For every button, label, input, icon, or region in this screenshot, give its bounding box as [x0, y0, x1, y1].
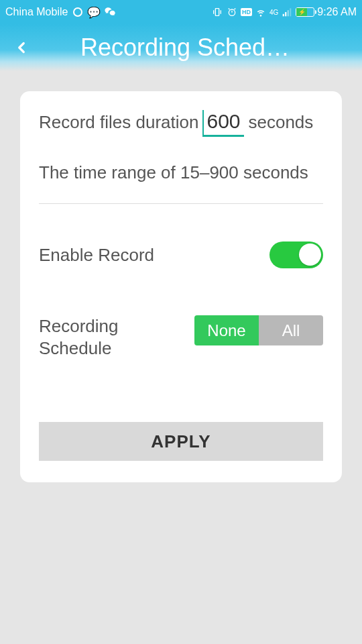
status-bar: China Mobile 💬 HD 4G ⚡ 9:26 AM	[0, 0, 362, 24]
hd-badge: HD	[241, 8, 252, 16]
carrier-text: China Mobile	[5, 6, 68, 18]
status-right: HD 4G ⚡ 9:26 AM	[211, 6, 357, 18]
network-4g: 4G	[269, 9, 278, 16]
duration-prefix: Record files duration	[39, 112, 198, 133]
vibrate-icon	[211, 6, 223, 18]
duration-input[interactable]	[202, 110, 244, 137]
clock-text: 9:26 AM	[317, 6, 357, 18]
toggle-knob-icon	[299, 244, 321, 266]
range-hint: The time range of 15–900 seconds	[39, 162, 323, 204]
battery-icon: ⚡	[296, 7, 314, 17]
page-title: Recording Sched…	[16, 34, 354, 62]
schedule-none-button[interactable]: None	[194, 315, 259, 345]
svg-rect-9	[288, 10, 289, 16]
schedule-label: Recording Schedule	[39, 315, 119, 359]
recording-schedule-row: Recording Schedule None All	[39, 315, 323, 359]
enable-record-row: Enable Record	[39, 241, 323, 268]
svg-line-5	[229, 9, 230, 9]
svg-rect-0	[215, 9, 219, 16]
schedule-label-line2: Schedule	[39, 338, 111, 358]
record-indicator-icon	[72, 6, 84, 18]
wechat-icon	[104, 6, 116, 18]
settings-card: Record files duration seconds The time r…	[20, 91, 342, 482]
duration-row: Record files duration seconds	[39, 110, 323, 137]
signal-icon	[281, 6, 293, 18]
schedule-all-button[interactable]: All	[259, 315, 323, 345]
schedule-segmented: None All	[194, 315, 323, 345]
sms-icon: 💬	[88, 6, 100, 18]
status-left: China Mobile 💬	[5, 6, 116, 18]
svg-rect-8	[285, 12, 286, 16]
enable-record-toggle[interactable]	[269, 241, 323, 268]
schedule-label-line1: Recording	[39, 316, 119, 336]
alarm-icon	[226, 6, 238, 18]
duration-suffix: seconds	[248, 112, 313, 133]
svg-rect-10	[290, 8, 291, 16]
svg-rect-7	[283, 14, 284, 17]
wifi-icon	[255, 6, 267, 18]
enable-record-label: Enable Record	[39, 245, 154, 266]
svg-line-6	[234, 9, 235, 9]
apply-button[interactable]: APPLY	[39, 422, 323, 461]
app-header: Recording Sched…	[0, 24, 362, 71]
